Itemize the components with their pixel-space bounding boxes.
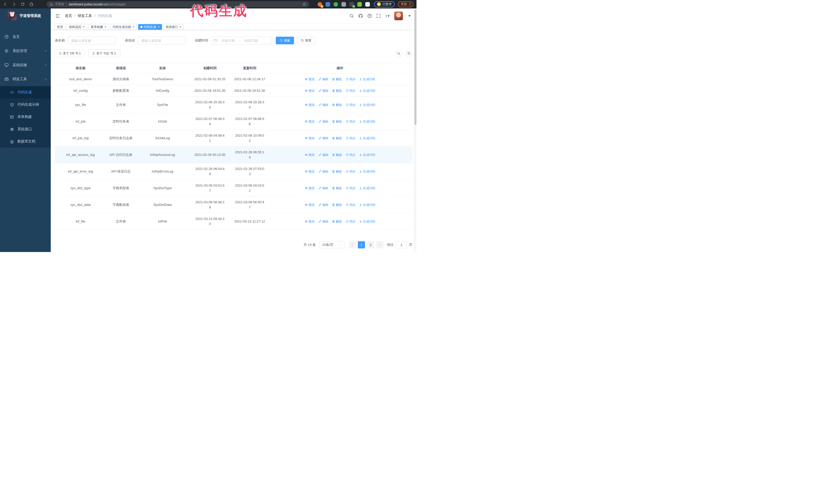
sidebar-item-form-builder[interactable]: 表单构建 [0,111,51,123]
action-预览[interactable]: 预览 [305,77,315,82]
table-row[interactable]: tool_test_demo测试示例表ToolTestDemo2021-02-0… [55,74,412,85]
sidebar-item-db-doc[interactable]: 数据库文档 [0,135,51,148]
tab-close-icon[interactable]: × [132,25,135,28]
action-同步[interactable]: 同步 [346,119,356,124]
table-desc-input[interactable] [138,37,186,44]
back-icon[interactable] [3,2,7,6]
import-sql-button[interactable]: 基于 SQL 导入 [88,49,120,57]
action-生成代码[interactable]: 生成代码 [359,152,375,158]
column-header-表描述[interactable]: 表描述 [106,63,136,73]
action-同步[interactable]: 同步 [346,219,356,224]
action-同步[interactable]: 同步 [346,202,356,208]
action-编辑[interactable]: 编辑 [318,152,328,158]
action-生成代码[interactable]: 生成代码 [359,169,375,174]
action-同步[interactable]: 同步 [346,136,356,141]
search-button[interactable]: 搜索 [276,37,294,44]
question-icon[interactable] [367,14,372,18]
sidebar-item-home[interactable]: 首页 [0,30,51,44]
start-date-input[interactable] [219,39,238,43]
search-icon[interactable] [349,14,354,18]
tab-代码生成示例[interactable]: 代码生成示例× [110,24,137,30]
tab-close-icon[interactable]: × [82,25,85,28]
table-row[interactable]: inf_job定时任务表InfJob2021-02-07 06:39:3 420… [55,113,412,130]
refresh-table-button[interactable] [405,50,412,57]
home-icon[interactable] [29,2,33,6]
action-预览[interactable]: 预览 [305,119,315,124]
reset-button[interactable]: 重置 [297,37,315,44]
action-生成代码[interactable]: 生成代码 [359,88,375,93]
user-avatar[interactable] [394,11,403,20]
action-编辑[interactable]: 编辑 [318,169,328,174]
action-删除[interactable]: 删除 [332,102,342,107]
action-生成代码[interactable]: 生成代码 [359,136,375,141]
table-row[interactable]: sys_dict_data字典数据表SysDictData2021-03-06 … [55,197,412,213]
tab-close-icon[interactable]: × [179,25,182,28]
action-删除[interactable]: 删除 [332,88,342,93]
fullscreen-icon[interactable] [376,14,381,18]
bookmark-star-icon[interactable] [303,2,306,6]
sidebar-item-system-api[interactable]: 系统接口 [0,123,51,135]
column-header-表名称[interactable]: 表名称 [55,63,106,73]
table-row[interactable]: inf_config参数配置表InfConfig2021-02-06 19:51… [55,85,412,97]
action-生成代码[interactable]: 生成代码 [359,102,375,107]
column-header-操作[interactable]: 操作 [269,63,411,73]
sidebar-item-codegen[interactable]: 代码生成 [0,86,51,98]
sidebar-item-system[interactable]: 系统管理 [0,44,51,58]
extension-dark-on[interactable]: on [349,2,354,7]
action-预览[interactable]: 预览 [305,186,315,191]
tab-系统接口[interactable]: 系统接口× [163,24,184,30]
tab-close-icon[interactable]: × [104,25,106,28]
action-生成代码[interactable]: 生成代码 [359,202,375,208]
action-同步[interactable]: 同步 [346,77,356,82]
action-预览[interactable]: 预览 [305,88,315,93]
window-scrollbar[interactable] [414,8,416,252]
import-db-button[interactable]: 基于 DB 导入 [55,49,85,57]
action-同步[interactable]: 同步 [346,88,356,93]
action-同步[interactable]: 同步 [346,169,356,174]
breadcrumb-item[interactable]: 代码生成 [98,14,112,18]
action-编辑[interactable]: 编辑 [318,202,328,208]
action-删除[interactable]: 删除 [332,186,342,191]
extension-orange-circle[interactable]: 1 [317,2,322,7]
page-size-select[interactable]: 10条/页 [319,241,345,248]
action-同步[interactable]: 同步 [346,186,356,191]
reload-icon[interactable] [21,2,25,6]
action-同步[interactable]: 同步 [346,152,356,158]
sidebar-item-devtools[interactable]: 研发工具 [0,72,51,86]
action-同步[interactable]: 同步 [346,102,356,107]
action-预览[interactable]: 预览 [305,202,315,208]
action-删除[interactable]: 删除 [332,169,342,174]
url-text[interactable]: dashboard.yudao.iocoder.cn/tool/codegen [69,3,126,6]
extension-green-check[interactable] [333,2,338,7]
address-bar[interactable]: 不安全 dashboard.yudao.iocoder.cn/tool/code… [47,1,309,7]
paused-badge[interactable]: 已暂停 [374,1,395,7]
action-生成代码[interactable]: 生成代码 [359,219,375,224]
action-删除[interactable]: 删除 [332,202,342,208]
browser-menu-kebab-icon[interactable] [410,3,410,6]
action-生成代码[interactable]: 生成代码 [359,119,375,124]
table-row[interactable]: inf_api_error_logAPI 错误日志InfApiErrorLog2… [55,163,412,180]
action-编辑[interactable]: 编辑 [318,219,328,224]
browser-update-button[interactable]: 更新 [398,1,413,7]
sidebar-item-infra[interactable]: 基础设施 [0,58,51,72]
column-header-创建时间[interactable]: 创建时间 [189,63,231,73]
breadcrumb-item[interactable]: 首页 [65,14,72,18]
action-删除[interactable]: 删除 [332,152,342,158]
action-预览[interactable]: 预览 [305,102,315,107]
scrollbar-thumb[interactable] [414,9,416,125]
table-row[interactable]: sys_dict_type字典类型表SysDictType2021-03-06 … [55,180,412,197]
action-删除[interactable]: 删除 [332,219,342,224]
action-编辑[interactable]: 编辑 [318,77,328,82]
page-button-2[interactable]: 2 [367,241,374,248]
table-row[interactable]: inf_file文件表InfFile2021-03-13 09:43:2 020… [55,213,412,230]
extension-green-figure[interactable] [357,2,362,7]
goto-page-input[interactable] [396,241,407,248]
tab-close-icon[interactable]: × [158,25,160,28]
action-编辑[interactable]: 编辑 [318,186,328,191]
caret-down-icon[interactable] [407,14,412,18]
table-row[interactable]: inf_job_log定时任务日志表InfJobLog2021-02-08 04… [55,130,412,147]
action-预览[interactable]: 预览 [305,219,315,224]
table-name-input[interactable] [68,37,116,44]
tab-表单构建[interactable]: 表单构建× [89,24,109,30]
next-page-button[interactable] [376,241,383,248]
